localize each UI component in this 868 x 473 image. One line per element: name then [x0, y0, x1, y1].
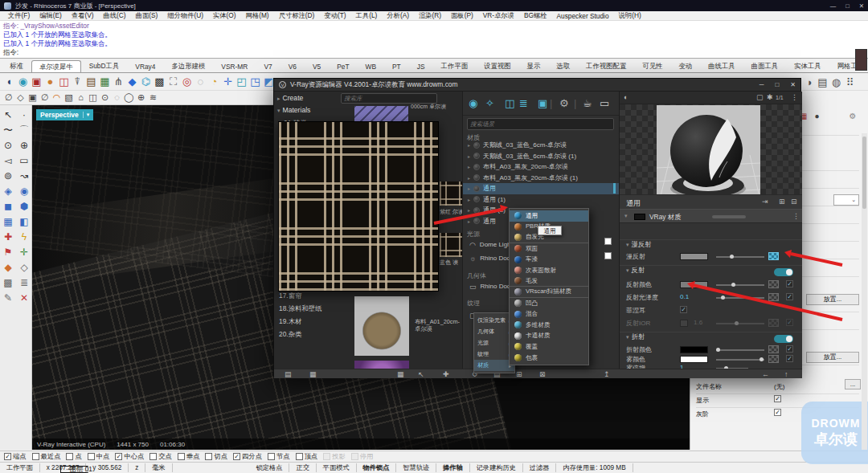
place-button-2[interactable]: 放置...	[806, 352, 859, 363]
osnap-checkbox[interactable]	[88, 453, 95, 460]
material-list-item[interactable]: ▸ 通用 (1)	[463, 194, 620, 206]
toolbar-icon[interactable]: ▣	[30, 73, 43, 90]
tool-icon[interactable]: ✛	[16, 245, 32, 260]
toolbar-icon[interactable]: ◍	[829, 74, 843, 91]
material-type-item[interactable]: 毛发	[510, 276, 588, 287]
toolbar-icon[interactable]: ◠	[51, 91, 63, 104]
reflection-toggle[interactable]	[774, 268, 793, 276]
status-cell[interactable]: 图层 01	[60, 466, 88, 473]
osnap-toggle[interactable]: 切点	[205, 452, 227, 461]
diffuse-section-header[interactable]: ▾漫反射	[620, 239, 802, 251]
diffuse-slider[interactable]	[716, 256, 764, 258]
vray-close-button[interactable]: ✕	[790, 81, 796, 88]
grid-view-icon[interactable]: ▦	[397, 369, 404, 379]
tool-icon[interactable]: ▭	[16, 153, 32, 169]
osnap-checkbox[interactable]	[66, 453, 73, 460]
material-type-item[interactable]: 车漆	[510, 254, 588, 265]
material-type-item[interactable]: 覆盖	[510, 341, 588, 353]
status-toggle[interactable]: 过滤器	[523, 463, 557, 472]
toolbar-tab[interactable]: 多边形建模	[163, 59, 213, 72]
tool-icon[interactable]: ◅	[0, 153, 16, 169]
gloss-value[interactable]: 0.1	[680, 293, 689, 300]
menu-item[interactable]: 分析(A)	[382, 11, 414, 20]
toolbar-icon[interactable]: ◌	[111, 91, 123, 104]
menu-item[interactable]: 网格(M)	[241, 11, 274, 20]
menu-item[interactable]: 曲线(C)	[99, 11, 131, 20]
geometry-icon[interactable]: ◫	[505, 94, 514, 113]
tool-icon[interactable]: ✎	[0, 291, 16, 306]
render-icon[interactable]: ☕	[583, 94, 592, 113]
gloss-slider[interactable]	[716, 297, 764, 299]
toolbar-icon[interactable]: ◰	[235, 73, 248, 90]
material-list-item[interactable]: ▸ 布料_A03_黑灰_20cm-卓尔谟	[463, 161, 620, 173]
reflection-section-header[interactable]: ▾反射	[620, 265, 802, 276]
select-icon[interactable]: ↖	[418, 369, 424, 379]
osnap-checkbox[interactable]	[32, 453, 39, 460]
chevron-down-icon[interactable]: ▾	[83, 112, 90, 118]
status-toggle[interactable]: 平面模式	[317, 463, 357, 472]
toolbar-icon[interactable]: ⍒	[71, 73, 84, 90]
material-type-item[interactable]: 次表面散射	[510, 265, 588, 276]
menu-item[interactable]: 细分物件(U)	[162, 11, 208, 20]
osnap-checkbox[interactable]	[115, 453, 122, 460]
toolbar-icon[interactable]: ●	[43, 73, 57, 90]
toolbar-tab[interactable]: 工作平面	[433, 59, 477, 72]
tool-icon[interactable]: ↖	[0, 108, 16, 123]
osnap-toggle[interactable]: 顶点	[296, 452, 318, 461]
diffuse-texture-button[interactable]	[768, 252, 779, 260]
status-toggle[interactable]: 操作轴	[436, 463, 470, 472]
material-type-item[interactable]: 双面	[510, 243, 588, 255]
toolbar-tab[interactable]: 设置视图	[476, 59, 519, 72]
layer-opacity-bar[interactable]	[712, 215, 746, 218]
status-toggle[interactable]: 智慧轨迹	[396, 463, 436, 472]
vray-minimize-button[interactable]: ─	[760, 81, 764, 88]
toolbar-tab[interactable]: 曲面工具	[743, 59, 787, 72]
render-elements-icon[interactable]: ▣	[538, 94, 547, 113]
vray-maximize-button[interactable]: □	[775, 81, 779, 88]
menu-item[interactable]: VR-卓尔谟	[478, 11, 519, 20]
back-arrow-icon[interactable]: ←	[762, 369, 769, 379]
status-cell[interactable]: z	[129, 463, 145, 472]
tool-icon[interactable]: ◈	[0, 184, 16, 199]
preview-refresh-icon[interactable]: ✱	[767, 93, 773, 101]
ior-swatch[interactable]	[680, 320, 688, 327]
toolbar-icon[interactable]: ◫	[87, 91, 99, 104]
toolbar-icon[interactable]: ∅	[2, 91, 14, 104]
osnap-toggle[interactable]: 交点	[149, 452, 172, 461]
menu-item[interactable]: 面板(P)	[446, 11, 478, 20]
settings-icon[interactable]: ⚙	[559, 94, 569, 113]
fog-slider[interactable]	[716, 359, 764, 361]
preview-float-icon[interactable]: ▢	[756, 93, 764, 101]
toolbar-icon[interactable]: ◫	[57, 73, 71, 90]
osnap-checkbox[interactable]	[205, 453, 212, 460]
osnap-checkbox[interactable]	[4, 453, 11, 460]
refract-checkbox[interactable]	[786, 345, 793, 353]
up-arrow-icon[interactable]: ↑	[784, 369, 788, 379]
menu-item[interactable]: 文件(F)	[3, 11, 35, 20]
maximize-button[interactable]: □	[845, 2, 850, 10]
material-type-item[interactable]: 凹凸	[510, 298, 588, 309]
kebab-menu-icon[interactable]: ⋮	[792, 212, 800, 220]
textures-icon[interactable]: ≣	[519, 94, 528, 113]
panel-scrollbar[interactable]	[862, 133, 867, 450]
add-layer-icon[interactable]: ⊞	[779, 198, 785, 206]
tool-icon[interactable]: 〜	[0, 123, 16, 138]
toolbar-icon[interactable]: ◉	[16, 73, 30, 90]
osnap-toggle[interactable]: 中心点	[115, 452, 144, 461]
tool-icon[interactable]: ⊙	[0, 138, 16, 153]
toolbar-tab[interactable]: 选取	[548, 59, 578, 72]
reflect-color-slider[interactable]	[716, 284, 764, 286]
osnap-checkbox[interactable]	[351, 453, 358, 460]
osnap-toggle[interactable]: 节点	[268, 452, 290, 461]
toolbar-icon[interactable]: ⊙	[99, 91, 111, 104]
materials-section[interactable]: ▾Materials	[277, 106, 310, 114]
material-type-item[interactable]: 卡通材质	[510, 331, 588, 342]
remove-layer-icon[interactable]: ⊟	[791, 198, 797, 206]
lights-icon[interactable]: ✧	[485, 94, 494, 113]
status-toggle[interactable]: 内存使用量: 1009 MB	[556, 463, 633, 472]
osnap-checkbox[interactable]	[323, 453, 330, 460]
tool-icon[interactable]: ✚	[0, 230, 16, 245]
tool-icon[interactable]: ◧	[16, 214, 32, 230]
menu-item[interactable]: 编辑(E)	[35, 11, 67, 20]
toolbar-tab[interactable]: JS	[409, 60, 433, 72]
